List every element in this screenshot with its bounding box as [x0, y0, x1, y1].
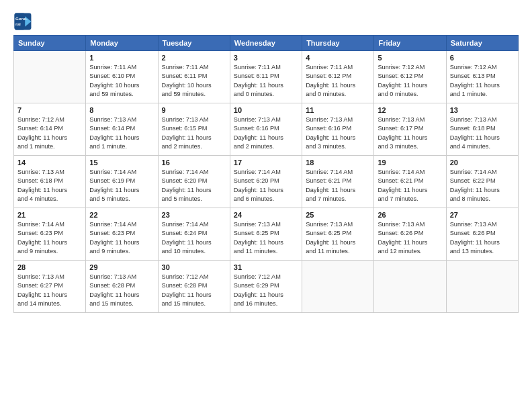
calendar-week-row: 7Sunrise: 7:12 AMSunset: 6:14 PMDaylight… — [14, 103, 519, 156]
day-number: 5 — [378, 54, 442, 62]
calendar-cell: 9Sunrise: 7:13 AMSunset: 6:15 PMDaylight… — [158, 103, 230, 156]
day-number: 20 — [450, 158, 515, 167]
calendar-cell: 6Sunrise: 7:12 AMSunset: 6:13 PMDaylight… — [446, 51, 518, 103]
day-info: Sunrise: 7:13 AMSunset: 6:14 PMDaylight:… — [89, 116, 154, 151]
calendar-header-friday: Friday — [374, 36, 446, 51]
calendar-cell: 18Sunrise: 7:14 AMSunset: 6:21 PMDayligh… — [302, 156, 374, 208]
calendar-cell: 24Sunrise: 7:13 AMSunset: 6:25 PMDayligh… — [230, 208, 302, 261]
calendar-header-tuesday: Tuesday — [158, 36, 230, 51]
day-info: Sunrise: 7:14 AMSunset: 6:23 PMDaylight:… — [89, 220, 154, 256]
day-info: Sunrise: 7:14 AMSunset: 6:21 PMDaylight:… — [306, 168, 370, 203]
calendar-week-row: 1Sunrise: 7:11 AMSunset: 6:10 PMDaylight… — [14, 51, 519, 103]
svg-text:Gene-: Gene- — [15, 16, 28, 21]
day-info: Sunrise: 7:13 AMSunset: 6:25 PMDaylight:… — [234, 220, 298, 256]
day-info: Sunrise: 7:14 AMSunset: 6:20 PMDaylight:… — [234, 168, 298, 203]
day-number: 23 — [162, 211, 226, 219]
day-number: 4 — [306, 54, 370, 62]
day-number: 22 — [89, 211, 154, 219]
day-info: Sunrise: 7:11 AMSunset: 6:12 PMDaylight:… — [306, 63, 370, 99]
calendar-cell: 22Sunrise: 7:14 AMSunset: 6:23 PMDayligh… — [86, 208, 158, 261]
day-number: 13 — [450, 106, 515, 114]
calendar-cell: 19Sunrise: 7:14 AMSunset: 6:21 PMDayligh… — [374, 156, 446, 208]
calendar-cell: 10Sunrise: 7:13 AMSunset: 6:16 PMDayligh… — [230, 103, 302, 156]
day-number: 31 — [234, 263, 298, 271]
calendar-header-thursday: Thursday — [302, 36, 374, 51]
day-number: 16 — [162, 158, 226, 167]
calendar-cell — [302, 261, 374, 313]
calendar-cell: 20Sunrise: 7:14 AMSunset: 6:22 PMDayligh… — [446, 156, 518, 208]
day-info: Sunrise: 7:13 AMSunset: 6:26 PMDaylight:… — [378, 220, 442, 256]
day-info: Sunrise: 7:14 AMSunset: 6:20 PMDaylight:… — [162, 168, 226, 203]
day-info: Sunrise: 7:14 AMSunset: 6:19 PMDaylight:… — [89, 168, 154, 203]
day-number: 11 — [306, 106, 370, 114]
calendar-cell: 26Sunrise: 7:13 AMSunset: 6:26 PMDayligh… — [374, 208, 446, 261]
calendar-cell: 30Sunrise: 7:12 AMSunset: 6:28 PMDayligh… — [158, 261, 230, 313]
calendar-cell: 29Sunrise: 7:13 AMSunset: 6:28 PMDayligh… — [86, 261, 158, 313]
day-number: 27 — [450, 211, 515, 219]
day-number: 18 — [306, 158, 370, 167]
day-number: 6 — [450, 54, 515, 62]
day-info: Sunrise: 7:12 AMSunset: 6:13 PMDaylight:… — [450, 63, 515, 99]
day-number: 12 — [378, 106, 442, 114]
day-info: Sunrise: 7:12 AMSunset: 6:12 PMDaylight:… — [378, 63, 442, 99]
calendar-cell: 14Sunrise: 7:13 AMSunset: 6:18 PMDayligh… — [14, 156, 86, 208]
day-info: Sunrise: 7:12 AMSunset: 6:28 PMDaylight:… — [162, 273, 226, 308]
day-info: Sunrise: 7:12 AMSunset: 6:14 PMDaylight:… — [17, 116, 82, 151]
calendar-cell: 21Sunrise: 7:14 AMSunset: 6:23 PMDayligh… — [14, 208, 86, 261]
day-number: 15 — [89, 158, 154, 167]
calendar-cell — [374, 261, 446, 313]
calendar-cell: 15Sunrise: 7:14 AMSunset: 6:19 PMDayligh… — [86, 156, 158, 208]
calendar-cell: 7Sunrise: 7:12 AMSunset: 6:14 PMDaylight… — [14, 103, 86, 156]
day-info: Sunrise: 7:13 AMSunset: 6:25 PMDaylight:… — [306, 220, 370, 256]
day-number: 24 — [234, 211, 298, 219]
day-number: 3 — [234, 54, 298, 62]
logo-icon: Gene- ral — [13, 12, 32, 31]
day-number: 8 — [89, 106, 154, 114]
calendar-cell — [14, 51, 86, 103]
calendar-week-row: 28Sunrise: 7:13 AMSunset: 6:27 PMDayligh… — [14, 261, 519, 313]
calendar-cell: 1Sunrise: 7:11 AMSunset: 6:10 PMDaylight… — [86, 51, 158, 103]
day-number: 26 — [378, 211, 442, 219]
day-number: 19 — [378, 158, 442, 167]
day-info: Sunrise: 7:14 AMSunset: 6:23 PMDaylight:… — [17, 220, 82, 256]
calendar-table: SundayMondayTuesdayWednesdayThursdayFrid… — [13, 35, 519, 313]
calendar-cell: 25Sunrise: 7:13 AMSunset: 6:25 PMDayligh… — [302, 208, 374, 261]
day-info: Sunrise: 7:11 AMSunset: 6:10 PMDaylight:… — [89, 63, 154, 99]
calendar-header-saturday: Saturday — [446, 36, 518, 51]
calendar-cell: 23Sunrise: 7:14 AMSunset: 6:24 PMDayligh… — [158, 208, 230, 261]
day-info: Sunrise: 7:14 AMSunset: 6:21 PMDaylight:… — [378, 168, 442, 203]
day-info: Sunrise: 7:13 AMSunset: 6:17 PMDaylight:… — [378, 116, 442, 151]
day-info: Sunrise: 7:14 AMSunset: 6:24 PMDaylight:… — [162, 220, 226, 256]
calendar-cell: 12Sunrise: 7:13 AMSunset: 6:17 PMDayligh… — [374, 103, 446, 156]
day-info: Sunrise: 7:13 AMSunset: 6:28 PMDaylight:… — [89, 273, 154, 308]
calendar-header-row: SundayMondayTuesdayWednesdayThursdayFrid… — [14, 36, 519, 51]
calendar-cell: 3Sunrise: 7:11 AMSunset: 6:11 PMDaylight… — [230, 51, 302, 103]
page: Gene- ral SundayMondayTuesdayWednesdayTh… — [0, 0, 532, 411]
calendar-cell: 13Sunrise: 7:13 AMSunset: 6:18 PMDayligh… — [446, 103, 518, 156]
svg-text:ral: ral — [15, 21, 21, 26]
calendar-cell: 11Sunrise: 7:13 AMSunset: 6:16 PMDayligh… — [302, 103, 374, 156]
day-info: Sunrise: 7:13 AMSunset: 6:27 PMDaylight:… — [17, 273, 82, 308]
calendar-cell: 31Sunrise: 7:12 AMSunset: 6:29 PMDayligh… — [230, 261, 302, 313]
calendar-cell: 5Sunrise: 7:12 AMSunset: 6:12 PMDaylight… — [374, 51, 446, 103]
header: Gene- ral — [13, 12, 519, 31]
calendar-header-sunday: Sunday — [14, 36, 86, 51]
day-number: 17 — [234, 158, 298, 167]
day-info: Sunrise: 7:14 AMSunset: 6:22 PMDaylight:… — [450, 168, 515, 203]
day-number: 2 — [162, 54, 226, 62]
calendar-cell: 27Sunrise: 7:13 AMSunset: 6:26 PMDayligh… — [446, 208, 518, 261]
day-number: 14 — [17, 158, 82, 167]
day-info: Sunrise: 7:13 AMSunset: 6:26 PMDaylight:… — [450, 220, 515, 256]
day-number: 9 — [162, 106, 226, 114]
logo: Gene- ral — [13, 12, 35, 31]
calendar-week-row: 21Sunrise: 7:14 AMSunset: 6:23 PMDayligh… — [14, 208, 519, 261]
day-info: Sunrise: 7:11 AMSunset: 6:11 PMDaylight:… — [162, 63, 226, 99]
day-number: 10 — [234, 106, 298, 114]
day-info: Sunrise: 7:13 AMSunset: 6:15 PMDaylight:… — [162, 116, 226, 151]
calendar-cell: 17Sunrise: 7:14 AMSunset: 6:20 PMDayligh… — [230, 156, 302, 208]
day-info: Sunrise: 7:13 AMSunset: 6:16 PMDaylight:… — [306, 116, 370, 151]
day-number: 21 — [17, 211, 82, 219]
calendar-header-monday: Monday — [86, 36, 158, 51]
day-number: 1 — [89, 54, 154, 62]
day-info: Sunrise: 7:11 AMSunset: 6:11 PMDaylight:… — [234, 63, 298, 99]
